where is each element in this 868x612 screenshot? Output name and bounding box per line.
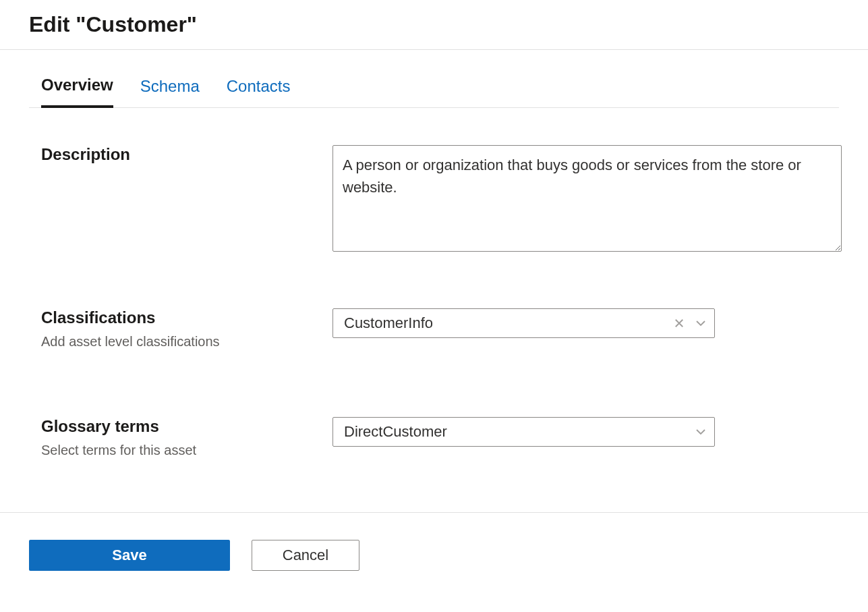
classifications-row: Classifications Add asset level classifi… <box>41 308 839 350</box>
classifications-select[interactable]: CustomerInfo <box>332 308 715 338</box>
classifications-icons <box>671 315 709 331</box>
description-textarea[interactable] <box>332 145 842 252</box>
description-label: Description <box>41 145 332 164</box>
glossary-value: DirectCustomer <box>344 423 693 441</box>
tabs-bar: Overview Schema Contacts <box>29 50 839 108</box>
page-header: Edit "Customer" <box>0 0 868 50</box>
content-area: Overview Schema Contacts Description Cla… <box>0 50 868 458</box>
glossary-label: Glossary terms <box>41 417 332 436</box>
description-input-col <box>332 145 842 254</box>
tab-schema[interactable]: Schema <box>140 76 200 107</box>
save-button[interactable]: Save <box>29 540 230 571</box>
cancel-button[interactable]: Cancel <box>252 540 359 571</box>
description-label-col: Description <box>41 145 332 164</box>
tab-overview[interactable]: Overview <box>41 76 113 108</box>
description-row: Description <box>41 145 839 254</box>
glossary-input-col: DirectCustomer <box>332 417 839 447</box>
glossary-sublabel: Select terms for this asset <box>41 443 332 458</box>
glossary-label-col: Glossary terms Select terms for this ass… <box>41 417 332 458</box>
tab-contacts[interactable]: Contacts <box>227 76 291 107</box>
classifications-sublabel: Add asset level classifications <box>41 334 332 350</box>
page-title: Edit "Customer" <box>29 12 868 37</box>
glossary-select[interactable]: DirectCustomer <box>332 417 715 447</box>
classifications-input-col: CustomerInfo <box>332 308 839 338</box>
clear-icon[interactable] <box>671 315 687 331</box>
glossary-row: Glossary terms Select terms for this ass… <box>41 417 839 458</box>
classifications-value: CustomerInfo <box>344 314 671 332</box>
form-body: Description Classifications Add asset le… <box>29 145 839 458</box>
footer: Save Cancel <box>0 513 868 571</box>
classifications-label: Classifications <box>41 308 332 327</box>
glossary-icons <box>693 424 709 440</box>
chevron-down-icon[interactable] <box>693 315 709 331</box>
chevron-down-icon[interactable] <box>693 424 709 440</box>
classifications-label-col: Classifications Add asset level classifi… <box>41 308 332 350</box>
